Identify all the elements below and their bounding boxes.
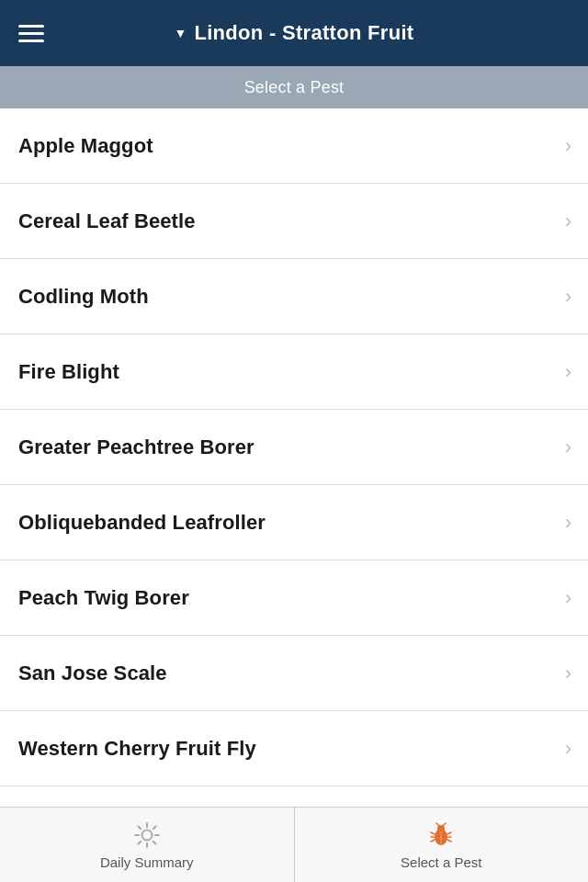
pest-name: Fire Blight: [18, 360, 119, 384]
pest-name: Peach Twig Borer: [18, 586, 189, 610]
sun-icon: [131, 820, 163, 851]
menu-button[interactable]: [18, 25, 44, 42]
pest-name: Greater Peachtree Borer: [18, 435, 254, 459]
chevron-right-icon: ›: [565, 588, 571, 608]
list-item[interactable]: Cereal Leaf Beetle ›: [0, 184, 588, 259]
pest-list: Apple Maggot › Cereal Leaf Beetle › Codl…: [0, 108, 588, 807]
list-item[interactable]: Western Cherry Fruit Fly ›: [0, 711, 588, 786]
pest-name: Apple Maggot: [18, 134, 153, 158]
tab-daily-summary[interactable]: Daily Summary: [0, 808, 295, 882]
svg-line-13: [431, 832, 435, 834]
location-title: Lindon - Stratton Fruit: [194, 21, 413, 45]
pest-name: Cereal Leaf Beetle: [18, 209, 196, 233]
svg-line-11: [436, 823, 439, 826]
chevron-right-icon: ›: [565, 739, 571, 759]
list-item[interactable]: Apple Maggot ›: [0, 108, 588, 184]
section-header: Select a Pest: [0, 66, 588, 108]
section-title: Select a Pest: [244, 78, 345, 97]
chevron-right-icon: ›: [565, 437, 571, 458]
pest-name: Codling Moth: [18, 285, 149, 309]
app-header: ▼ Lindon - Stratton Fruit: [0, 0, 588, 66]
pest-name: Obliquebanded Leafroller: [18, 511, 266, 535]
list-item[interactable]: Codling Moth ›: [0, 259, 588, 334]
list-item[interactable]: Fire Blight ›: [0, 334, 588, 410]
list-item[interactable]: Peach Twig Borer ›: [0, 560, 588, 636]
svg-line-5: [153, 842, 155, 844]
chevron-right-icon: ›: [565, 136, 571, 156]
svg-line-12: [443, 823, 446, 826]
svg-line-18: [447, 840, 451, 842]
chevron-right-icon: ›: [565, 211, 571, 232]
chevron-right-icon: ›: [565, 362, 571, 382]
bug-icon: [425, 820, 457, 851]
chevron-right-icon: ›: [565, 513, 571, 533]
location-selector[interactable]: ▼ Lindon - Stratton Fruit: [175, 21, 414, 45]
svg-line-6: [153, 827, 155, 830]
svg-line-16: [447, 832, 451, 834]
pest-name: Western Cherry Fruit Fly: [18, 737, 256, 761]
pest-name: San Jose Scale: [18, 662, 167, 685]
list-item[interactable]: Greater Peachtree Borer ›: [0, 410, 588, 485]
chevron-right-icon: ›: [565, 663, 571, 684]
svg-point-8: [141, 831, 152, 841]
svg-line-7: [138, 842, 141, 844]
dropdown-chevron-icon: ▼: [175, 26, 187, 40]
svg-line-4: [138, 827, 141, 830]
list-item[interactable]: San Jose Scale ›: [0, 636, 588, 711]
chevron-right-icon: ›: [565, 287, 571, 307]
svg-line-15: [431, 840, 435, 842]
tab-bar: Daily Summary Select a: [0, 807, 588, 882]
tab-select-pest[interactable]: Select a Pest: [295, 808, 589, 882]
tab-select-pest-label: Select a Pest: [401, 854, 481, 870]
tab-daily-summary-label: Daily Summary: [100, 854, 194, 870]
list-item[interactable]: Obliquebanded Leafroller ›: [0, 485, 588, 560]
